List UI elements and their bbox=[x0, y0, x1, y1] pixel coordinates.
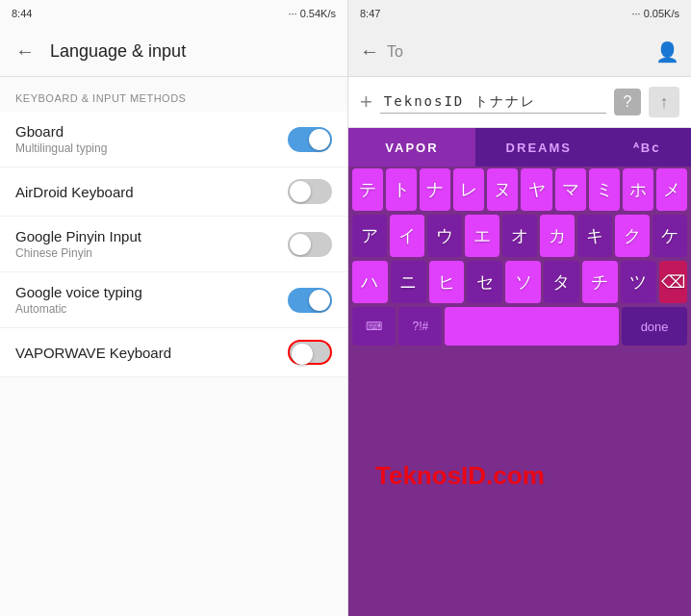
left-time: 8:44 bbox=[12, 8, 32, 19]
key-ka[interactable]: カ bbox=[540, 215, 575, 257]
keyboard-area: VAPOR DREAMS ᴬBᴄ テ ト ナ レ ヌ ヤ マ ミ ホ メ ア イ bbox=[348, 128, 691, 616]
key-delete[interactable]: ⌫ bbox=[659, 261, 687, 303]
key-a[interactable]: ア bbox=[352, 215, 387, 257]
key-ku[interactable]: ク bbox=[615, 215, 650, 257]
right-header: ← To 👤 bbox=[348, 27, 691, 77]
key-chi[interactable]: チ bbox=[582, 261, 618, 303]
gboard-name: Gboard bbox=[15, 123, 107, 140]
tab-vapor[interactable]: VAPOR bbox=[348, 128, 475, 167]
key-i[interactable]: イ bbox=[390, 215, 424, 257]
voice-typing-toggle[interactable] bbox=[288, 288, 332, 313]
right-back-button[interactable]: ← bbox=[360, 40, 379, 63]
pinyin-name: Google Pinyin Input bbox=[15, 228, 141, 244]
key-ha[interactable]: ハ bbox=[352, 261, 388, 303]
key-tsu[interactable]: ツ bbox=[621, 261, 656, 303]
key-ni[interactable]: ニ bbox=[391, 261, 426, 303]
keyboard-row-3: ハ ニ ヒ セ ソ タ チ ツ ⌫ bbox=[352, 261, 687, 303]
key-symbols[interactable]: ?!# bbox=[398, 307, 442, 346]
left-status-icons: ··· 0.54K/s bbox=[288, 8, 336, 19]
right-time: 8:47 bbox=[360, 8, 380, 19]
key-mi[interactable]: ミ bbox=[589, 168, 620, 211]
airdroid-toggle[interactable] bbox=[288, 179, 332, 204]
right-panel: 8:47 ··· 0.05K/s ← To 👤 + TeknosID トナナレ … bbox=[348, 0, 691, 616]
keyboard-bottom-row: ⌨ ?!# done bbox=[352, 307, 687, 346]
pinyin-toggle[interactable] bbox=[288, 232, 332, 257]
back-button[interactable]: ← bbox=[15, 40, 35, 63]
key-emoji[interactable]: ⌨ bbox=[352, 307, 396, 346]
keyboard-row-1: テ ト ナ レ ヌ ヤ マ ミ ホ メ bbox=[352, 168, 687, 211]
key-me[interactable]: メ bbox=[656, 168, 687, 211]
right-status-icons: ··· 0.05K/s bbox=[631, 8, 679, 19]
pinyin-sub: Chinese Pinyin bbox=[15, 246, 141, 260]
keyboard-row-2: ア イ ウ エ オ カ キ ク ケ bbox=[352, 215, 687, 257]
vaporwave-name: VAPORWAVE Keyboard bbox=[15, 345, 171, 361]
key-te[interactable]: テ bbox=[352, 168, 383, 211]
right-status-bar: 8:47 ··· 0.05K/s bbox=[348, 0, 691, 27]
key-na[interactable]: ナ bbox=[420, 168, 450, 211]
gboard-sub: Multilingual typing bbox=[15, 141, 107, 155]
key-ki[interactable]: キ bbox=[577, 215, 612, 257]
left-panel: 8:44 ··· 0.54K/s ← Language & input KEYB… bbox=[0, 0, 348, 616]
setting-item-airdroid: AirDroid Keyboard bbox=[0, 167, 347, 217]
vaporwave-toggle[interactable] bbox=[288, 340, 332, 365]
left-header: ← Language & input bbox=[0, 27, 347, 77]
setting-item-voice-typing: Google voice typing Automatic bbox=[0, 272, 347, 328]
key-ma[interactable]: マ bbox=[555, 168, 586, 211]
key-u[interactable]: ウ bbox=[427, 215, 462, 257]
voice-typing-sub: Automatic bbox=[15, 302, 142, 316]
key-to[interactable]: ト bbox=[386, 168, 417, 211]
attach-button[interactable]: + bbox=[360, 90, 372, 115]
tab-dreams[interactable]: DREAMS bbox=[475, 128, 602, 167]
keyboard-tabs: VAPOR DREAMS ᴬBᴄ bbox=[348, 128, 691, 167]
setting-item-gboard: Gboard Multilingual typing bbox=[0, 112, 347, 167]
key-done[interactable]: done bbox=[622, 307, 687, 346]
to-label: To bbox=[387, 43, 403, 61]
compose-area: + TeknosID トナナレ ? ↑ bbox=[348, 77, 691, 128]
page-title: Language & input bbox=[50, 41, 186, 62]
help-button[interactable]: ? bbox=[614, 89, 641, 116]
person-icon[interactable]: 👤 bbox=[655, 40, 679, 64]
tab-abc[interactable]: ᴬBᴄ bbox=[602, 128, 691, 167]
key-nu[interactable]: ヌ bbox=[487, 168, 518, 211]
key-se[interactable]: セ bbox=[467, 261, 502, 303]
key-space[interactable] bbox=[445, 307, 619, 346]
setting-item-pinyin: Google Pinyin Input Chinese Pinyin bbox=[0, 217, 347, 272]
key-hi[interactable]: ヒ bbox=[429, 261, 465, 303]
airdroid-name: AirDroid Keyboard bbox=[15, 184, 134, 200]
left-status-bar: 8:44 ··· 0.54K/s bbox=[0, 0, 347, 27]
key-ho[interactable]: ホ bbox=[623, 168, 653, 211]
key-ya[interactable]: ヤ bbox=[521, 168, 551, 211]
section-label: KEYBOARD & INPUT METHODS bbox=[0, 77, 347, 112]
gboard-toggle[interactable] bbox=[288, 127, 332, 152]
message-input[interactable]: TeknosID トナナレ bbox=[380, 91, 606, 114]
setting-item-vaporwave: VAPORWAVE Keyboard bbox=[0, 328, 347, 377]
key-re[interactable]: レ bbox=[453, 168, 484, 211]
key-e[interactable]: エ bbox=[465, 215, 499, 257]
key-o[interactable]: オ bbox=[502, 215, 537, 257]
key-ta[interactable]: タ bbox=[544, 261, 579, 303]
voice-typing-name: Google voice typing bbox=[15, 284, 142, 300]
send-button[interactable]: ↑ bbox=[649, 87, 679, 117]
key-ke[interactable]: ケ bbox=[653, 215, 687, 257]
key-so[interactable]: ソ bbox=[505, 261, 541, 303]
